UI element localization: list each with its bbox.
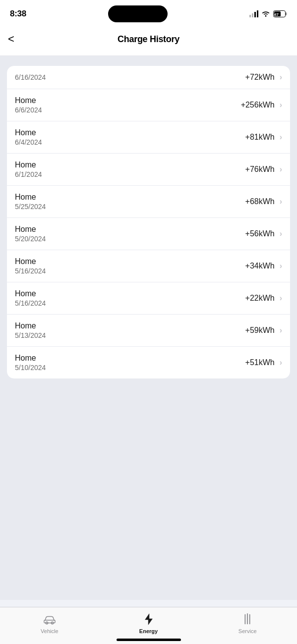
- svg-rect-6: [286, 12, 287, 15]
- charge-item[interactable]: Home6/6/2024+256kWh›: [7, 89, 290, 121]
- chevron-right-icon: ›: [280, 262, 282, 270]
- svg-point-4: [265, 15, 267, 17]
- tab-service-label: Service: [238, 628, 257, 634]
- chevron-right-icon: ›: [280, 229, 282, 238]
- item-date: 5/20/2024: [15, 235, 46, 243]
- item-date: 5/16/2024: [15, 299, 46, 307]
- item-energy: +72kWh: [245, 73, 275, 82]
- back-button[interactable]: <: [8, 31, 18, 48]
- charge-item[interactable]: Home6/1/2024+76kWh›: [7, 154, 290, 186]
- item-energy: +56kWh: [245, 229, 275, 238]
- page-header: < Charge History: [0, 26, 297, 56]
- charge-item[interactable]: Home5/16/2024+22kWh›: [7, 282, 290, 315]
- page-title: Charge History: [118, 34, 179, 45]
- item-energy: +68kWh: [245, 197, 275, 206]
- content-area: 6/16/2024+72kWh›Home6/6/2024+256kWh›Home…: [0, 56, 297, 600]
- svg-rect-0: [249, 15, 251, 17]
- charge-item[interactable]: Home5/25/2024+68kWh›: [7, 186, 290, 218]
- chevron-right-icon: ›: [280, 197, 282, 206]
- vehicle-icon: [43, 612, 57, 626]
- tab-service[interactable]: Service: [198, 612, 297, 634]
- chevron-right-icon: ›: [280, 358, 282, 367]
- tab-vehicle-label: Vehicle: [41, 628, 58, 634]
- service-icon: [240, 612, 254, 626]
- item-energy: +34kWh: [245, 262, 275, 270]
- chevron-right-icon: ›: [280, 101, 282, 109]
- chevron-right-icon: ›: [280, 73, 282, 82]
- item-location: Home: [15, 257, 46, 266]
- item-date: 6/6/2024: [15, 106, 42, 114]
- item-energy: +81kWh: [245, 133, 275, 142]
- chevron-right-icon: ›: [280, 165, 282, 174]
- item-energy: +59kWh: [245, 326, 275, 335]
- signal-icon: [249, 10, 258, 17]
- chevron-right-icon: ›: [280, 133, 282, 142]
- charge-item[interactable]: Home5/10/2024+51kWh›: [7, 347, 290, 378]
- item-location: Home: [15, 193, 46, 202]
- battery-svg: 47: [273, 10, 287, 17]
- charge-item[interactable]: Home5/20/2024+56kWh›: [7, 218, 290, 250]
- svg-rect-3: [257, 10, 258, 17]
- tab-energy-label: Energy: [139, 628, 158, 634]
- dynamic-island: [108, 5, 168, 22]
- tab-vehicle[interactable]: Vehicle: [0, 612, 99, 634]
- item-location: Home: [15, 96, 42, 105]
- item-location: Home: [15, 322, 46, 330]
- chevron-right-icon: ›: [280, 294, 282, 303]
- item-location: Home: [15, 354, 46, 363]
- battery-icon: 47: [273, 10, 287, 17]
- item-date: 5/13/2024: [15, 331, 46, 339]
- item-location: Home: [15, 289, 46, 298]
- item-date: 6/16/2024: [15, 73, 46, 81]
- charge-item[interactable]: 6/16/2024+72kWh›: [7, 66, 290, 89]
- item-date: 5/25/2024: [15, 203, 46, 211]
- item-energy: +76kWh: [245, 165, 275, 174]
- svg-rect-1: [252, 13, 253, 17]
- wifi-icon: [261, 10, 270, 17]
- status-icons: 47: [249, 10, 287, 17]
- chevron-right-icon: ›: [280, 326, 282, 335]
- item-date: 6/1/2024: [15, 170, 42, 178]
- home-indicator: [117, 639, 181, 641]
- item-date: 5/10/2024: [15, 364, 46, 372]
- item-date: 5/16/2024: [15, 267, 46, 275]
- item-location: Home: [15, 128, 42, 137]
- item-location: Home: [15, 161, 42, 169]
- item-energy: +22kWh: [245, 294, 275, 303]
- charge-item[interactable]: Home5/16/2024+34kWh›: [7, 250, 290, 282]
- item-location: Home: [15, 225, 46, 234]
- tab-energy[interactable]: Energy: [99, 612, 198, 634]
- svg-rect-2: [254, 12, 256, 17]
- item-energy: +256kWh: [241, 101, 275, 109]
- charge-list: 6/16/2024+72kWh›Home6/6/2024+256kWh›Home…: [7, 66, 290, 378]
- status-time: 8:38: [10, 9, 26, 19]
- item-energy: +51kWh: [245, 358, 275, 367]
- energy-icon: [142, 612, 156, 626]
- charge-item[interactable]: Home6/4/2024+81kWh›: [7, 121, 290, 154]
- charge-item[interactable]: Home5/13/2024+59kWh›: [7, 315, 290, 347]
- status-bar: 8:38 47: [0, 0, 297, 26]
- svg-text:47: 47: [274, 12, 279, 17]
- item-date: 6/4/2024: [15, 138, 42, 146]
